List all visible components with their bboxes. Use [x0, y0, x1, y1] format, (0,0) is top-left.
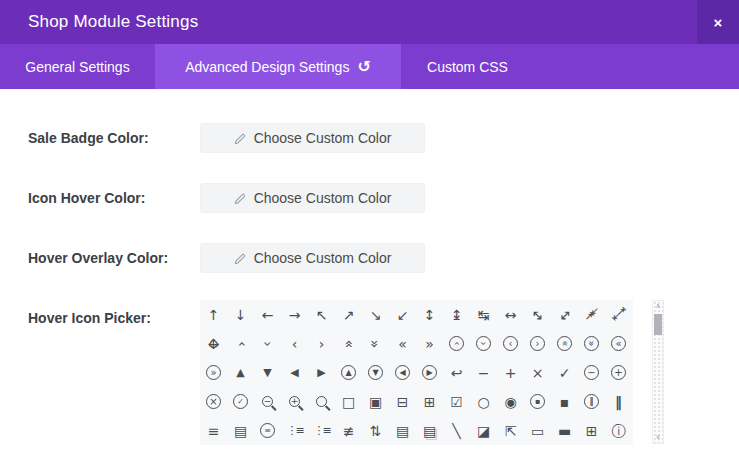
plus-icon[interactable]: + — [497, 358, 524, 387]
tab-label: Custom CSS — [427, 59, 508, 75]
button-label: Choose Custom Color — [254, 130, 392, 146]
chevron-down-circle-icon[interactable]: › — [470, 329, 497, 358]
search-icon[interactable] — [308, 387, 335, 416]
triangle-down-icon[interactable]: ▼ — [254, 358, 281, 387]
close-button[interactable]: × — [697, 0, 739, 44]
triangle-up-circle-icon[interactable]: ▲ — [335, 358, 362, 387]
chevrons-left-icon[interactable]: « — [389, 329, 416, 358]
chevron-right-icon[interactable]: › — [308, 329, 335, 358]
folder-add-icon[interactable]: ⊞ — [578, 416, 605, 445]
triangle-left-circle-icon[interactable]: ◀ — [389, 358, 416, 387]
chevron-right-circle-icon[interactable]: › — [524, 329, 551, 358]
arrow-left-right-bar-icon[interactable]: ↹ — [470, 300, 497, 329]
hamburger-circle-icon[interactable]: ≡ — [254, 416, 281, 445]
circle-outline-icon[interactable]: ○ — [470, 387, 497, 416]
triangle-left-icon[interactable]: ◀ — [281, 358, 308, 387]
sliders-vertical-icon[interactable]: ⇅ — [362, 416, 389, 445]
chevrons-down-circle-icon[interactable]: » — [578, 329, 605, 358]
undo-arrow-icon[interactable]: ↩ — [443, 358, 470, 387]
chevron-up-icon[interactable]: › — [227, 329, 254, 358]
triangle-down-circle-icon[interactable]: ▼ — [362, 358, 389, 387]
arrow-expand-nwse-icon[interactable]: ↔ — [524, 300, 551, 329]
scrollbar-thumb[interactable] — [654, 314, 662, 335]
bullet-list-icon[interactable]: ⋮≡ — [281, 416, 308, 445]
arrow-up-left-icon[interactable]: ↖ — [308, 300, 335, 329]
choose-custom-color-button-icon-hover[interactable]: Choose Custom Color — [200, 183, 425, 213]
zoom-in-icon[interactable]: + — [281, 387, 308, 416]
arrow-expand-nesw-icon[interactable]: ↔ — [551, 300, 578, 329]
numbered-list-icon[interactable]: ⋮≡ — [308, 416, 335, 445]
info-circle-icon[interactable]: ⓘ — [605, 416, 632, 445]
check-circle-icon[interactable]: ✓ — [227, 387, 254, 416]
stop-icon[interactable]: ▪ — [551, 387, 578, 416]
choose-custom-color-button-hover-overlay[interactable]: Choose Custom Color — [200, 243, 425, 273]
arrow-down-left-icon[interactable]: ↙ — [389, 300, 416, 329]
reset-icon[interactable]: ↺ — [357, 59, 370, 75]
chevrons-up-icon[interactable]: » — [335, 329, 362, 358]
scroll-up-arrow-icon[interactable]: ∧ — [655, 301, 660, 312]
move-icon[interactable]: ↔↕ — [200, 329, 227, 358]
check-icon[interactable]: ✓ — [551, 358, 578, 387]
stop-circle-icon[interactable]: ▪ — [524, 387, 551, 416]
pencil-corner-icon[interactable]: ⇱ — [497, 416, 524, 445]
pencil-icon[interactable]: ╲ — [443, 416, 470, 445]
arrow-right-icon[interactable]: → — [281, 300, 308, 329]
chevrons-left-circle-icon[interactable]: « — [605, 329, 632, 358]
minus-icon[interactable]: − — [470, 358, 497, 387]
chevron-left-circle-icon[interactable]: ‹ — [497, 329, 524, 358]
modal-header: Shop Module Settings × — [0, 0, 739, 44]
tab-label: General Settings — [25, 59, 129, 75]
triangle-right-icon[interactable]: ▶ — [308, 358, 335, 387]
pause-icon[interactable]: ‖ — [605, 387, 632, 416]
chevron-up-circle-icon[interactable]: › — [443, 329, 470, 358]
arrow-up-down-icon[interactable]: ↕ — [416, 300, 443, 329]
field-label-hover-overlay-color: Hover Overlay Color: — [28, 248, 168, 268]
pause-circle-icon[interactable]: ‖ — [578, 387, 605, 416]
folder-filled-icon[interactable]: ▬ — [551, 416, 578, 445]
folder-icon[interactable]: ▭ — [524, 416, 551, 445]
arrows-contract-icon[interactable]: ⇥⇤ — [578, 300, 605, 329]
text-document-box-icon[interactable]: ▤ — [227, 416, 254, 445]
chevrons-up-circle-icon[interactable]: » — [551, 329, 578, 358]
square-outline-icon[interactable]: □ — [335, 387, 362, 416]
x-circle-icon[interactable]: × — [200, 387, 227, 416]
choose-custom-color-button-sale-badge[interactable]: Choose Custom Color — [200, 123, 425, 153]
tab-general-settings[interactable]: General Settings — [0, 44, 155, 89]
radio-selected-icon[interactable]: ◉ — [497, 387, 524, 416]
chevrons-right-circle-icon[interactable]: » — [200, 358, 227, 387]
chevron-left-icon[interactable]: ‹ — [281, 329, 308, 358]
arrows-expand-icon[interactable]: ⇤⇥ — [605, 300, 632, 329]
arrow-up-right-icon[interactable]: ↗ — [335, 300, 362, 329]
arrow-down-icon[interactable]: ↓ — [227, 300, 254, 329]
arrow-down-right-icon[interactable]: ↘ — [362, 300, 389, 329]
triangle-right-circle-icon[interactable]: ▶ — [416, 358, 443, 387]
pencil-square-icon[interactable]: ◪ — [470, 416, 497, 445]
button-label: Choose Custom Color — [254, 190, 392, 206]
square-nested-icon[interactable]: ▣ — [362, 387, 389, 416]
chevron-down-icon[interactable]: › — [254, 329, 281, 358]
eyedropper-icon — [234, 192, 247, 205]
arrow-left-right-icon[interactable]: ↔ — [497, 300, 524, 329]
triangle-up-icon[interactable]: ▲ — [227, 358, 254, 387]
chevrons-down-icon[interactable]: » — [362, 329, 389, 358]
scroll-down-arrow-icon[interactable]: ∨ — [655, 432, 660, 443]
chevrons-right-icon[interactable]: » — [416, 329, 443, 358]
arrow-up-down-bar-icon[interactable]: ↨ — [443, 300, 470, 329]
tab-advanced-design-settings[interactable]: Advanced Design Settings ↺ — [155, 44, 401, 89]
square-minus-icon[interactable]: ⊟ — [389, 387, 416, 416]
checkbox-checked-icon[interactable]: ☑ — [443, 387, 470, 416]
copy-documents-icon[interactable]: ▤ — [416, 416, 443, 445]
arrow-left-icon[interactable]: ← — [254, 300, 281, 329]
icon-picker-scrollbar[interactable]: ∧ ∨ — [652, 300, 664, 444]
hamburger-menu-icon[interactable]: ≡ — [200, 416, 227, 445]
eyedropper-icon — [234, 132, 247, 145]
square-plus-icon[interactable]: ⊞ — [416, 387, 443, 416]
arrow-up-icon[interactable]: ↑ — [200, 300, 227, 329]
plus-circle-icon[interactable]: + — [605, 358, 632, 387]
zoom-out-icon[interactable]: − — [254, 387, 281, 416]
document-icon[interactable]: ▤ — [389, 416, 416, 445]
sliders-horizontal-icon[interactable]: ≢ — [335, 416, 362, 445]
tab-custom-css[interactable]: Custom CSS — [401, 44, 534, 89]
x-icon[interactable]: × — [524, 358, 551, 387]
minus-circle-icon[interactable]: − — [578, 358, 605, 387]
